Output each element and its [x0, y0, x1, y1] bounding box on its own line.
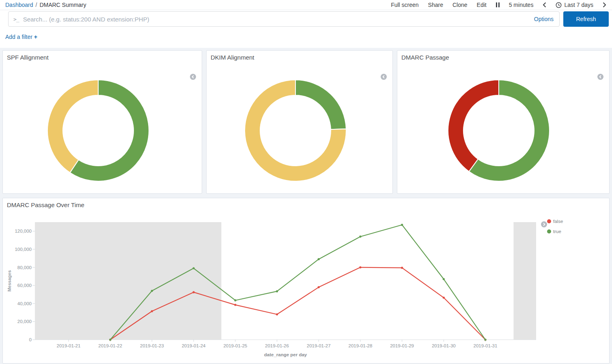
- refresh-interval-button[interactable]: 5 minutes: [509, 2, 534, 8]
- top-bar: Dashboard / DMARC Summary Full screen Sh…: [0, 0, 612, 10]
- svg-text:2019-01-26: 2019-01-26: [265, 343, 289, 348]
- dmarc-passage-over-time-line-chart[interactable]: 020,00040,00060,00080,000100,000120,0002…: [3, 216, 610, 364]
- query-bar: >_ Options Refresh: [0, 10, 612, 27]
- svg-text:2019-01-28: 2019-01-28: [348, 343, 372, 348]
- svg-text:2019-01-21: 2019-01-21: [57, 343, 81, 348]
- svg-text:100,000: 100,000: [15, 247, 32, 252]
- svg-text:120,000: 120,000: [15, 229, 32, 233]
- time-range-label: Last 7 days: [564, 2, 593, 8]
- edit-button[interactable]: Edit: [477, 2, 487, 8]
- legend-label: false: [553, 219, 563, 224]
- panel-title: DMARC Passage: [397, 51, 609, 64]
- clock-icon: [556, 2, 562, 8]
- pause-icon[interactable]: [496, 2, 500, 7]
- dashboard-grid: SPF Allignment DKIM Alignment DMARC Pass…: [0, 48, 612, 364]
- svg-text:Messages: Messages: [7, 270, 12, 292]
- legend-label: true: [553, 229, 561, 234]
- svg-text:0: 0: [29, 337, 32, 342]
- svg-text:2019-01-29: 2019-01-29: [390, 343, 414, 348]
- filter-bar: Add a filter +: [0, 27, 612, 48]
- top-actions: Full screen Share Clone Edit 5 minutes L…: [391, 2, 606, 8]
- svg-text:2019-01-31: 2019-01-31: [474, 343, 498, 348]
- time-range-picker[interactable]: Last 7 days: [556, 2, 593, 8]
- breadcrumb-separator: /: [36, 2, 37, 8]
- breadcrumb: Dashboard / DMARC Summary: [5, 2, 86, 8]
- search-input[interactable]: [23, 16, 529, 23]
- panel-dmarc-passage: DMARC Passage: [397, 50, 610, 194]
- panel-collapse-icon[interactable]: [381, 74, 387, 80]
- query-prompt-icon: >_: [13, 16, 19, 22]
- chart-legend: false true: [547, 219, 563, 239]
- panel-collapse-icon[interactable]: [190, 74, 196, 80]
- legend-item-true[interactable]: true: [547, 229, 563, 234]
- query-options-link[interactable]: Options: [534, 16, 554, 22]
- svg-text:80,000: 80,000: [17, 265, 32, 270]
- svg-text:2019-01-30: 2019-01-30: [432, 343, 456, 348]
- breadcrumb-dashboard-link[interactable]: Dashboard: [5, 2, 33, 8]
- full-screen-button[interactable]: Full screen: [391, 2, 418, 8]
- panel-title: DMARC Passage Over Time: [3, 198, 609, 212]
- panel-dkim-alignment: DKIM Alignment: [206, 50, 393, 194]
- panel-title: SPF Allignment: [3, 51, 202, 64]
- add-filter-button[interactable]: Add a filter +: [5, 34, 37, 40]
- plus-icon: +: [34, 34, 37, 40]
- legend-item-false[interactable]: false: [547, 219, 563, 224]
- panel-dmarc-passage-over-time: DMARC Passage Over Time 020,00040,00060,…: [2, 198, 610, 364]
- spf-alignment-donut-chart[interactable]: [47, 79, 149, 182]
- legend-dot-false: [547, 219, 551, 223]
- panel-spf-alignment: SPF Allignment: [2, 50, 202, 194]
- svg-text:2019-01-27: 2019-01-27: [307, 343, 331, 348]
- chevron-left-icon: [543, 2, 546, 8]
- svg-text:40,000: 40,000: [17, 301, 32, 306]
- search-box[interactable]: >_ Options: [8, 11, 560, 27]
- time-back-button[interactable]: [543, 2, 546, 8]
- chevron-right-icon: [603, 2, 606, 8]
- refresh-button[interactable]: Refresh: [563, 11, 609, 27]
- clone-button[interactable]: Clone: [453, 2, 468, 8]
- dkim-alignment-donut-chart[interactable]: [244, 79, 347, 182]
- time-forward-button[interactable]: [603, 2, 606, 8]
- dmarc-passage-donut-chart[interactable]: [448, 79, 550, 182]
- add-filter-label: Add a filter: [5, 34, 32, 40]
- legend-collapse-icon[interactable]: [541, 221, 547, 227]
- legend-dot-true: [547, 229, 551, 233]
- svg-text:2019-01-23: 2019-01-23: [140, 343, 164, 348]
- panel-title: DKIM Alignment: [207, 51, 392, 64]
- page-title: DMARC Summary: [39, 2, 86, 8]
- svg-text:2019-01-22: 2019-01-22: [98, 343, 122, 348]
- donut-row: SPF Allignment DKIM Alignment DMARC Pass…: [2, 50, 610, 194]
- svg-text:2019-01-24: 2019-01-24: [182, 343, 206, 348]
- panel-collapse-icon[interactable]: [597, 74, 603, 80]
- svg-text:date_range per day: date_range per day: [264, 352, 307, 357]
- svg-text:60,000: 60,000: [17, 283, 32, 288]
- svg-text:2019-01-25: 2019-01-25: [223, 343, 247, 348]
- share-button[interactable]: Share: [428, 2, 443, 8]
- svg-text:20,000: 20,000: [17, 319, 32, 324]
